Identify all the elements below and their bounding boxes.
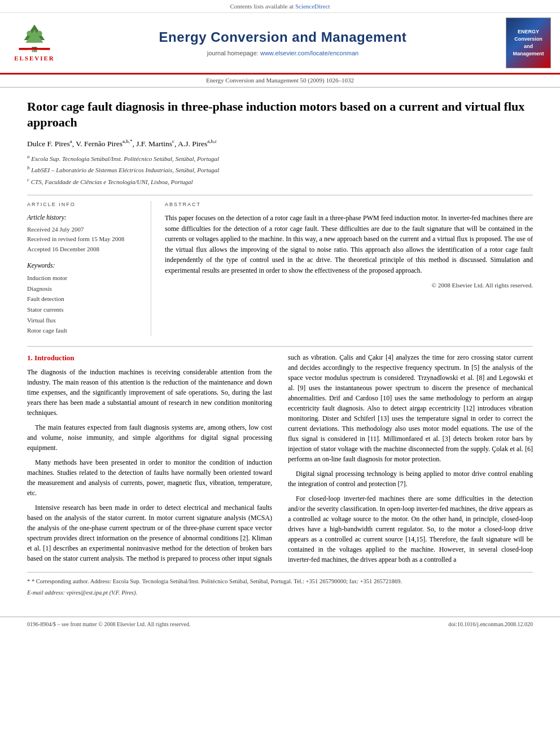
keyword-5: Virtual flux (27, 315, 141, 326)
abstract-label: ABSTRACT (165, 201, 533, 208)
abstract-column: ABSTRACT This paper focuses on the detec… (165, 201, 533, 336)
journal-cover-image: ENERGY Conversion and Management (506, 18, 551, 68)
history-label: Article history: (27, 213, 141, 222)
journal-top-bar: Contents lists available at ScienceDirec… (0, 0, 560, 13)
footnote-email: E-mail address: vpires@est.ipa.pt (V.F. … (27, 588, 533, 597)
intro-heading: 1. Introduction (27, 352, 272, 364)
journal-header-main: ELSEVIER ELSEVIER Energy Conversion and … (0, 13, 560, 73)
intro-para-3: Many methods have been presented in orde… (27, 457, 272, 498)
page-reference: Energy Conversion and Management 50 (200… (206, 77, 354, 84)
svg-point-4 (37, 31, 42, 36)
affil-c: CTS, Faculdade de Ciências e Tecnologia/… (31, 178, 193, 185)
intro-para-6: For closed-loop inverter-fed machines th… (288, 493, 533, 565)
intro-para-2: The main features expected from fault di… (27, 422, 272, 453)
journal-title-center: Energy Conversion and Management journal… (60, 28, 506, 59)
main-article-text: 1. Introduction The diagnosis of the ind… (27, 352, 533, 566)
authors-line: Dulce F. Piresa, V. Fernão Piresa,b,*, J… (27, 138, 533, 149)
issn-line: 0196-8904/$ – see front matter © 2008 El… (27, 621, 190, 629)
elsevier-tree-icon: ELSEVIER (18, 22, 51, 53)
article-info-abstract-section: ARTICLE INFO Article history: Received 2… (27, 201, 533, 336)
journal-homepage: journal homepage: www.elsevier.com/locat… (60, 49, 506, 58)
homepage-label: journal homepage: (207, 50, 259, 56)
revised-date: Received in revised form 15 May 2008 (27, 234, 141, 244)
received-date: Received 24 July 2007 (27, 225, 141, 235)
elsevier-logo: ELSEVIER ELSEVIER (9, 22, 60, 63)
contents-label: Contents lists available at (230, 3, 294, 10)
intro-para-1: The diagnosis of the induction machines … (27, 367, 272, 418)
sciencedirect-link[interactable]: ScienceDirect (295, 3, 330, 10)
intro-para-5: Digital signal processing technology is … (288, 469, 533, 489)
footnote-corresponding: * * Corresponding author. Address: Escol… (27, 577, 533, 586)
article-info-label: ARTICLE INFO (27, 201, 141, 208)
bottom-bar: 0196-8904/$ – see front matter © 2008 El… (0, 617, 560, 632)
keyword-1: Induction motor (27, 273, 141, 283)
affil-b: LabSEI – Laboratório de Sistemas Eléctri… (31, 167, 219, 173)
article-info-column: ARTICLE INFO Article history: Received 2… (27, 201, 151, 336)
accepted-date: Accepted 16 December 2008 (27, 244, 141, 255)
divider-2 (27, 346, 533, 347)
keywords-label: Keywords: (27, 261, 141, 270)
affil-a: Escola Sup. Tecnologia Setúbal/Inst. Pol… (31, 155, 219, 162)
elsevier-brand-text: ELSEVIER (14, 54, 55, 63)
svg-text:ELSEVIER: ELSEVIER (28, 50, 41, 53)
keyword-2: Diagnosis (27, 283, 141, 294)
article-title: Rotor cage fault diagnosis in three-phas… (27, 99, 533, 131)
page-meta: Energy Conversion and Management 50 (200… (0, 75, 560, 88)
svg-point-3 (27, 31, 32, 36)
divider-1 (27, 195, 533, 195)
cover-text: ENERGY Conversion and Management (513, 28, 544, 58)
doi-line: doi:10.1016/j.enconman.2008.12.020 (448, 621, 533, 629)
affiliations: a Escola Sup. Tecnologia Setúbal/Inst. P… (27, 152, 533, 187)
journal-name: Energy Conversion and Management (60, 28, 506, 47)
journal-header: Contents lists available at ScienceDirec… (0, 0, 560, 75)
keyword-3: Fault detection (27, 294, 141, 304)
footnote-section: * * Corresponding author. Address: Escol… (27, 572, 533, 598)
article-body: Rotor cage fault diagnosis in three-phas… (0, 88, 560, 611)
homepage-url[interactable]: www.elsevier.com/locate/enconman (260, 50, 358, 56)
keyword-4: Stator currents (27, 304, 141, 315)
abstract-text: This paper focuses on the detection of a… (165, 213, 533, 276)
keyword-6: Rotor cage fault (27, 325, 141, 336)
copyright-line: © 2008 Elsevier Ltd. All rights reserved… (165, 281, 533, 290)
